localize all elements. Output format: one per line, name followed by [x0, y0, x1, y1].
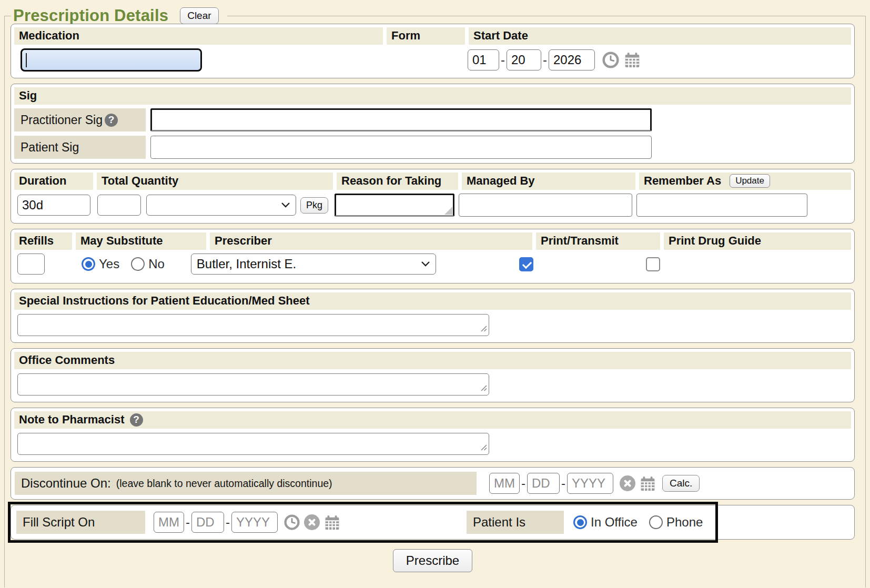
- duration-row: Duration Total Quantity Reason for Takin…: [11, 169, 855, 224]
- remember-as-header-cell: Remember As Update: [639, 173, 851, 190]
- help-icon[interactable]: ?: [130, 413, 143, 427]
- in-office-radio[interactable]: [573, 515, 587, 529]
- start-day-input[interactable]: [507, 49, 541, 70]
- fill-script-day-input[interactable]: [191, 512, 224, 533]
- resize-grip-icon[interactable]: [444, 207, 452, 215]
- may-substitute-header: May Substitute: [76, 232, 206, 250]
- start-year-input[interactable]: [549, 49, 595, 70]
- package-select[interactable]: [146, 195, 296, 216]
- fill-script-label: Fill Script On: [23, 515, 95, 530]
- medication-header: Medication: [14, 27, 383, 45]
- fill-script-row: Fill Script On - - Patient Is In Office: [11, 505, 855, 540]
- discontinue-label-cell: Discontinue On: (leave blank to never au…: [15, 472, 477, 495]
- calendar-icon[interactable]: [640, 475, 656, 492]
- remember-as-header: Remember As: [644, 174, 721, 188]
- fill-script-label-cell: Fill Script On: [16, 511, 145, 534]
- resize-grip-icon[interactable]: [479, 324, 488, 334]
- discontinue-day-input[interactable]: [527, 473, 560, 494]
- reason-for-taking-input[interactable]: [335, 194, 454, 217]
- patient-is-label-cell: Patient Is: [467, 511, 564, 534]
- office-comments-header: Office Comments: [14, 352, 851, 369]
- may-substitute-no-label[interactable]: No: [148, 257, 165, 271]
- phone-label[interactable]: Phone: [666, 515, 703, 530]
- medication-input[interactable]: [21, 48, 202, 72]
- may-substitute-yes-label[interactable]: Yes: [99, 257, 119, 271]
- clear-date-icon[interactable]: [304, 514, 320, 530]
- sig-header: Sig: [14, 87, 851, 105]
- form-header: Form: [387, 27, 465, 45]
- practitioner-sig-label: Practitioner Sig ?: [14, 108, 146, 131]
- patient-sig-label: Patient Sig: [14, 136, 146, 159]
- duration-input[interactable]: [17, 195, 90, 216]
- print-drug-guide-checkbox[interactable]: [646, 257, 660, 271]
- reason-for-taking-header: Reason for Taking: [337, 173, 458, 190]
- text-cursor: [26, 53, 27, 67]
- prescription-details-panel: Prescription Details Clear Medication Fo…: [4, 16, 866, 587]
- start-date-group: - -: [468, 49, 641, 70]
- quantity-input[interactable]: [97, 195, 141, 216]
- special-instructions-row: Special Instructions for Patient Educati…: [11, 289, 855, 343]
- refills-input[interactable]: [17, 254, 45, 275]
- print-transmit-header: Print/Transmit: [536, 232, 660, 250]
- footer: Prescribe: [11, 549, 855, 572]
- patient-is-group: In Office Phone: [573, 515, 714, 530]
- fill-script-month-input[interactable]: [154, 512, 184, 533]
- duration-header: Duration: [14, 173, 93, 190]
- discontinue-label: Discontinue On:: [21, 476, 111, 491]
- calendar-icon[interactable]: [324, 514, 340, 531]
- fill-script-year-input[interactable]: [231, 512, 278, 533]
- clock-icon[interactable]: [284, 514, 300, 530]
- prescriber-header: Prescriber: [210, 232, 532, 250]
- date-separator: -: [186, 515, 190, 530]
- may-substitute-yes-radio[interactable]: [82, 257, 95, 271]
- date-separator: -: [521, 476, 525, 491]
- may-substitute-group: Yes No: [82, 257, 176, 271]
- note-to-pharmacist-header: Note to Pharmacist: [19, 413, 125, 427]
- dropdown-chevron-icon: [281, 202, 290, 208]
- start-month-input[interactable]: [468, 49, 499, 70]
- remember-as-input[interactable]: [636, 194, 807, 217]
- pkg-button[interactable]: Pkg: [300, 197, 328, 214]
- dropdown-chevron-icon: [421, 261, 430, 267]
- discontinue-month-input[interactable]: [489, 473, 520, 494]
- clear-date-icon[interactable]: [620, 475, 635, 491]
- total-quantity-header: Total Quantity: [97, 173, 333, 190]
- date-separator: -: [501, 53, 505, 67]
- prescriber-select[interactable]: Butler, Internist E.: [191, 254, 436, 275]
- calendar-icon[interactable]: [624, 52, 641, 68]
- date-separator: -: [226, 515, 230, 530]
- clock-icon[interactable]: [602, 52, 619, 68]
- discontinue-year-input[interactable]: [567, 473, 613, 494]
- date-separator: -: [561, 476, 565, 491]
- special-instructions-header: Special Instructions for Patient Educati…: [14, 292, 851, 310]
- date-separator: -: [543, 53, 547, 67]
- in-office-label[interactable]: In Office: [591, 515, 638, 530]
- managed-by-input[interactable]: [459, 194, 632, 217]
- special-instructions-textarea[interactable]: [17, 314, 489, 336]
- print-transmit-checkbox[interactable]: [519, 257, 533, 271]
- prescribe-button[interactable]: Prescribe: [393, 549, 472, 572]
- print-drug-guide-header: Print Drug Guide: [664, 232, 851, 250]
- help-icon[interactable]: ?: [105, 114, 118, 127]
- calc-button[interactable]: Calc.: [662, 475, 700, 492]
- refills-row: Refills May Substitute Prescriber Print/…: [11, 229, 855, 283]
- start-date-header: Start Date: [469, 27, 851, 45]
- practitioner-sig-input[interactable]: [150, 108, 652, 131]
- office-comments-row: Office Comments: [11, 348, 855, 402]
- may-substitute-no-radio[interactable]: [131, 257, 145, 271]
- medication-row-headers: Medication Form Start Date: [14, 27, 851, 45]
- update-button[interactable]: Update: [730, 174, 770, 188]
- office-comments-textarea[interactable]: [17, 373, 489, 396]
- refills-header: Refills: [14, 232, 72, 250]
- discontinue-row: Discontinue On: (leave blank to never au…: [11, 467, 855, 500]
- patient-sig-input[interactable]: [150, 136, 652, 159]
- discontinue-hint: (leave blank to never automatically disc…: [116, 478, 332, 490]
- resize-grip-icon[interactable]: [479, 383, 488, 394]
- resize-grip-icon[interactable]: [479, 443, 488, 453]
- managed-by-header: Managed By: [462, 173, 635, 190]
- note-to-pharmacist-textarea[interactable]: [17, 433, 489, 455]
- clear-button[interactable]: Clear: [180, 7, 218, 24]
- page-title: Prescription Details: [13, 6, 168, 25]
- note-to-pharmacist-row: Note to Pharmacist ?: [11, 408, 855, 462]
- phone-radio[interactable]: [649, 515, 663, 529]
